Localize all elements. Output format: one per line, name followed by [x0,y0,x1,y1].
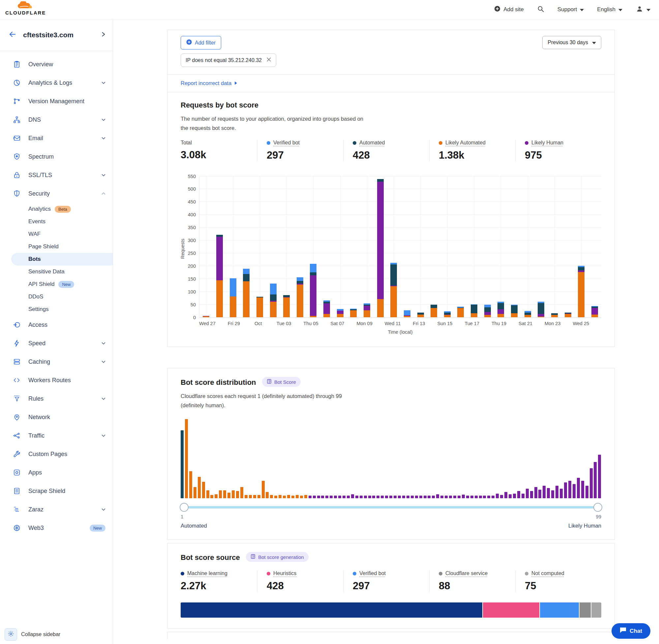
histogram-bar[interactable] [496,493,499,498]
histogram-bar[interactable] [521,493,524,498]
histogram-bar[interactable] [381,496,384,498]
sidebar-item-ddos[interactable]: DDoS [0,291,113,303]
stat-label[interactable]: Cloudflare service [439,571,488,576]
histogram-bar[interactable] [457,496,461,498]
histogram-bar[interactable] [398,496,401,498]
sidebar-item-dns[interactable]: DNS [0,111,113,129]
sidebar-item-ssl-tls[interactable]: SSL/TLS [0,166,113,184]
histogram-bar[interactable] [432,496,435,498]
histogram-bar[interactable] [462,495,465,498]
histogram-bar[interactable] [428,496,430,498]
sidebar-item-rules[interactable]: Rules [0,389,113,408]
histogram-bar[interactable] [189,471,192,498]
stacked-bar[interactable] [363,303,370,317]
add-filter-button[interactable]: Add filter [181,36,221,49]
stat-label[interactable]: Automated [353,140,385,146]
sidebar-item-caching[interactable]: Caching [0,352,113,371]
stat-label[interactable]: Likely Human [525,140,563,146]
sidebar-item-events[interactable]: Events [0,215,113,228]
date-range-dropdown[interactable]: Previous 30 days [542,36,601,49]
histogram-bar[interactable] [351,494,354,498]
stacked-bar[interactable] [270,283,277,317]
histogram-bar[interactable] [304,495,307,498]
histogram-bar[interactable] [257,495,260,498]
histogram-bar[interactable] [411,496,414,498]
histogram-bar[interactable] [509,494,512,498]
histogram-bar[interactable] [389,496,392,498]
sidebar-item-custom-pages[interactable]: Custom Pages [0,445,113,463]
sidebar-item-zaraz[interactable]: Zaraz [0,500,113,519]
histogram-bar[interactable] [483,496,486,498]
histogram-bar[interactable] [487,496,490,498]
bot-score-badge[interactable]: Bot Score [262,377,301,387]
histogram-bar[interactable] [193,487,196,498]
histogram-bar[interactable] [330,496,333,498]
histogram-bar[interactable] [240,487,243,498]
histogram-bar[interactable] [228,493,231,498]
histogram-bar[interactable] [274,496,277,498]
sidebar-item-api-shield[interactable]: API ShieldNew [0,278,113,291]
histogram-bar[interactable] [594,462,597,498]
histogram-bar[interactable] [500,495,503,498]
histogram-bar[interactable] [441,496,443,498]
histogram-bar[interactable] [347,496,350,498]
histogram-bar[interactable] [244,495,248,498]
histogram-bar[interactable] [526,489,529,498]
stacked-bar[interactable] [484,305,491,317]
histogram-bar[interactable] [590,468,593,498]
histogram-bar[interactable] [372,496,375,498]
stacked-bar[interactable] [310,264,316,317]
language-menu[interactable]: English [597,6,622,13]
histogram-bar[interactable] [402,496,405,498]
requests-chart[interactable]: Requests 0501001502002503003504004505005… [181,177,601,335]
stacked-bar[interactable] [417,313,424,317]
histogram-bar[interactable] [206,490,209,498]
stacked-bar[interactable] [390,263,397,317]
histogram-bar[interactable] [287,495,290,498]
histogram-bar[interactable] [300,496,303,498]
bot-score-histogram[interactable] [181,419,601,498]
stacked-bar[interactable] [497,302,504,317]
stacked-bar[interactable] [216,235,223,317]
histogram-bar[interactable] [313,496,316,498]
stat-label[interactable]: Likely Automated [439,140,486,146]
histogram-bar[interactable] [513,493,516,498]
sidebar-item-network[interactable]: Network [0,408,113,427]
histogram-bar[interactable] [547,488,550,498]
slider-track[interactable] [181,506,601,508]
stacked-bar[interactable] [297,277,303,317]
histogram-bar[interactable] [232,490,235,498]
histogram-bar[interactable] [355,496,358,498]
stacked-bar[interactable] [591,306,598,317]
slider-handle-min[interactable] [180,503,189,512]
histogram-bar[interactable] [283,496,286,498]
histogram-bar[interactable] [436,494,439,498]
sidebar-item-settings[interactable]: Settings [0,303,113,316]
stacked-bar[interactable] [323,300,330,317]
sidebar-item-analytics[interactable]: AnalyticsBeta [0,203,113,215]
sidebar-item-overview[interactable]: Overview [0,55,113,73]
report-incorrect-data-link[interactable]: Report incorrect data [167,74,614,92]
sidebar-item-version-management[interactable]: Version Management [0,92,113,111]
histogram-bar[interactable] [309,496,311,498]
histogram-bar[interactable] [406,496,409,498]
stacked-bar[interactable] [457,307,464,317]
histogram-bar[interactable] [279,495,282,498]
chat-button[interactable]: Chat [612,623,651,639]
histogram-bar[interactable] [385,496,388,498]
histogram-bar[interactable] [415,496,418,498]
search-button[interactable] [537,5,544,14]
sidebar-item-speed[interactable]: Speed [0,334,113,352]
stacked-bar[interactable] [203,316,209,317]
sidebar-item-workers-routes[interactable]: Workers Routes [0,371,113,389]
stat-label[interactable]: Heuristics [267,571,297,576]
histogram-bar[interactable] [219,490,222,498]
support-menu[interactable]: Support [558,6,584,13]
stat-label[interactable]: Machine learning [181,571,228,576]
histogram-bar[interactable] [538,490,541,498]
stat-label[interactable]: Not computed [525,571,564,576]
stacked-bar[interactable] [404,310,410,317]
histogram-bar[interactable] [573,484,575,498]
stacked-bar[interactable] [230,278,236,317]
stacked-bar[interactable] [524,311,531,317]
